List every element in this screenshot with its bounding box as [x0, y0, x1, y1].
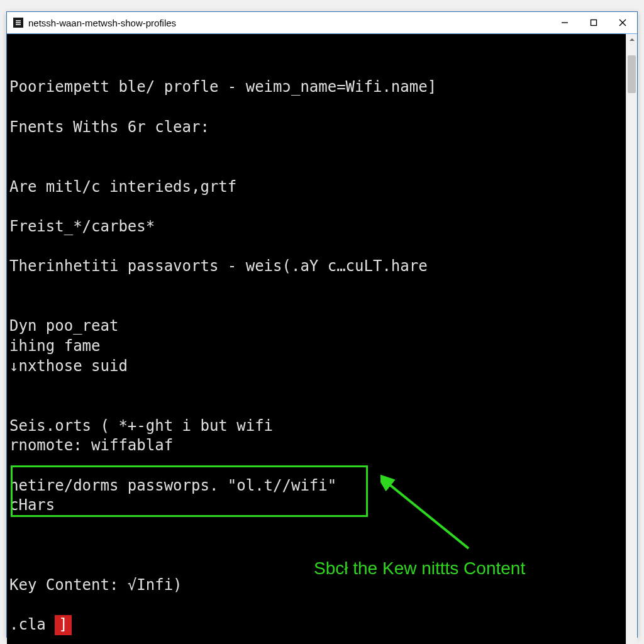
terminal-line — [9, 536, 626, 556]
terminal-line — [9, 596, 626, 616]
terminal-line: ihing fame — [9, 336, 626, 357]
terminal-line — [9, 58, 626, 78]
close-icon — [619, 19, 626, 26]
client-area: Pooriempett ble/ profle - weimɔ_name=Wif… — [7, 33, 637, 644]
terminal-line: cHars — [9, 496, 626, 516]
window-title: netssh-waan-metwsh-show-profiles — [28, 18, 176, 28]
terminal-line: ↓nxthose suid — [9, 357, 626, 377]
app-window: netssh-waan-metwsh-show-profiles Pooriem… — [6, 11, 638, 638]
terminal-line — [9, 97, 626, 118]
terminal-line: Pooriempett ble/ profle - weimɔ_name=Wif… — [9, 77, 626, 97]
svg-rect-1 — [591, 20, 597, 26]
titlebar: netssh-waan-metwsh-show-profiles — [7, 12, 637, 33]
cursor: ] — [55, 615, 71, 635]
terminal-line — [9, 38, 626, 58]
terminal-line: Are mitl/c interieds,grtf — [9, 177, 626, 197]
terminal-line — [9, 516, 626, 536]
minimize-icon — [561, 19, 569, 26]
terminal-line — [9, 277, 626, 297]
terminal-line — [9, 237, 626, 257]
terminal-line — [9, 456, 626, 476]
prompt-line[interactable]: .cla ] — [9, 615, 626, 635]
terminal-output[interactable]: Pooriempett ble/ profle - weimɔ_name=Wif… — [7, 34, 626, 644]
chevron-up-icon — [629, 36, 635, 43]
terminal-line — [9, 396, 626, 416]
terminal-line: netire/dorms passworps. "ol.t//wifi" — [9, 476, 626, 496]
terminal-line — [9, 297, 626, 317]
terminal-line — [9, 376, 626, 396]
vertical-scrollbar[interactable] — [626, 34, 637, 644]
scroll-up-button[interactable] — [626, 34, 637, 45]
close-button[interactable] — [608, 12, 637, 33]
terminal-line — [9, 157, 626, 177]
terminal-line: Freist_*/carbes* — [9, 217, 626, 237]
terminal-line: Dyn poo_reat — [9, 316, 626, 336]
maximize-button[interactable] — [579, 12, 608, 33]
terminal-line — [9, 137, 626, 157]
prompt-prefix: .cla — [9, 616, 55, 633]
terminal-line: rnomote: wiffablaf — [9, 436, 626, 456]
annotation-label: Sbcł the Kew nittts Content — [314, 557, 525, 580]
app-icon — [13, 18, 23, 28]
terminal-line: Seis.orts ( *+-ght i but wifi — [9, 416, 626, 436]
terminal-line — [9, 197, 626, 217]
terminal-line: Fnents Withs 6r clear: — [9, 118, 626, 138]
terminal-line: Therinhetiti passavorts - weis(.aY c…cuL… — [9, 257, 626, 277]
maximize-icon — [590, 19, 597, 26]
minimize-button[interactable] — [550, 12, 579, 33]
scroll-thumb[interactable] — [628, 55, 636, 93]
